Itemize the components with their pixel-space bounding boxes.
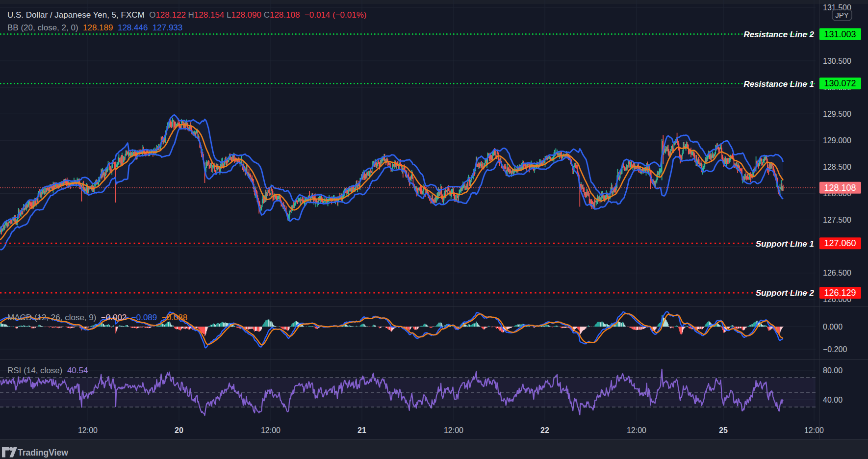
svg-text:126.500: 126.500 [823, 269, 851, 277]
svg-text:12:00: 12:00 [444, 426, 463, 434]
svg-text:127.060: 127.060 [824, 238, 856, 248]
svg-text:131.003: 131.003 [824, 29, 856, 39]
svg-text:Support Line 2: Support Line 2 [756, 288, 815, 298]
svg-text:TradingView: TradingView [18, 448, 68, 458]
svg-text:129.000: 129.000 [823, 136, 851, 145]
svg-text:128.500: 128.500 [823, 163, 851, 171]
svg-text:126.129: 126.129 [824, 288, 856, 298]
svg-text:Resistance Line 2: Resistance Line 2 [743, 30, 814, 39]
svg-text:128.108: 128.108 [824, 183, 856, 193]
svg-text:127.500: 127.500 [823, 216, 851, 224]
svg-text:40.00: 40.00 [823, 396, 842, 404]
svg-text:129.500: 129.500 [823, 110, 851, 118]
svg-text:130.500: 130.500 [823, 57, 851, 65]
svg-text:U.S. Dollar / Japanese Yen, 5,: U.S. Dollar / Japanese Yen, 5, FXCM O128… [7, 10, 366, 20]
svg-text:12:00: 12:00 [627, 426, 646, 434]
svg-text:0.000: 0.000 [823, 323, 842, 331]
svg-text:12:00: 12:00 [78, 426, 98, 434]
svg-text:22: 22 [540, 426, 549, 434]
svg-text:BB (20, close, 2, 0) 128.189: BB (20, close, 2, 0) 128.189 128.446 127… [7, 23, 182, 32]
svg-text:12:00: 12:00 [804, 426, 824, 434]
svg-text:MACD (12, 26, close, 9) −0.00: MACD (12, 26, close, 9) −0.002 −0.089 −0… [7, 313, 187, 322]
svg-text:20: 20 [175, 426, 183, 434]
svg-text:RSI (14, close) 40.54: RSI (14, close) 40.54 [7, 366, 88, 375]
svg-text:Support Line 1: Support Line 1 [756, 239, 814, 249]
svg-text:12:00: 12:00 [261, 426, 281, 434]
svg-text:−0.200: −0.200 [823, 345, 847, 354]
svg-text:25: 25 [719, 426, 728, 434]
svg-text:Resistance Line 1: Resistance Line 1 [743, 79, 814, 89]
svg-text:21: 21 [357, 426, 366, 434]
svg-text:JPY: JPY [835, 11, 849, 19]
svg-text:80.00: 80.00 [823, 366, 842, 375]
svg-text:130.072: 130.072 [824, 78, 856, 88]
